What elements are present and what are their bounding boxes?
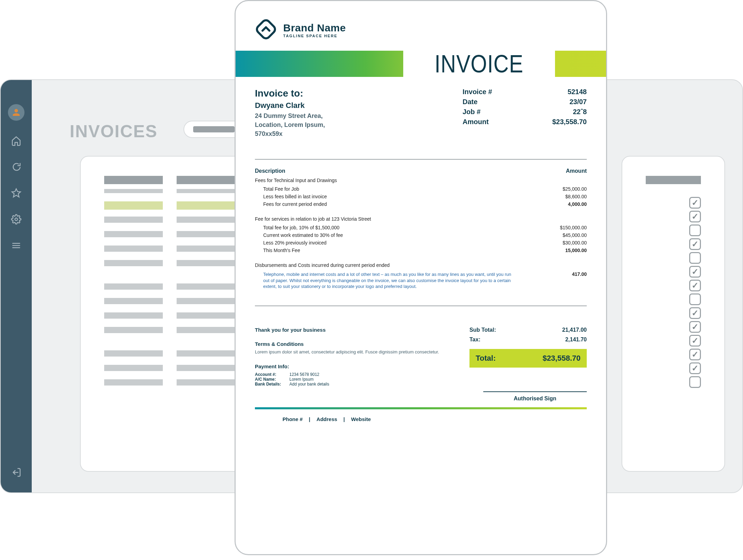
checkbox-row [646, 348, 701, 361]
banner-title: INVOICE [435, 50, 524, 78]
line-item: Total Fee for Job$25,000.00 [255, 185, 587, 193]
line-amount: 4,000.00 [568, 201, 587, 207]
line-desc: Total fee for job, 10% of $1,500,000 [263, 225, 339, 230]
sidebar [1, 80, 32, 492]
line-item: This Month's Fee15,000.00 [255, 247, 587, 254]
col-amount: Amount [566, 168, 587, 174]
checkbox[interactable] [689, 280, 701, 291]
line-item: Less fees billed in last invoice$8,600.0… [255, 193, 587, 200]
tax-value: 2,141.70 [565, 337, 587, 343]
total-label: Total: [476, 354, 496, 363]
bg-table-right [622, 156, 725, 472]
logout-icon[interactable] [10, 466, 22, 479]
checkbox-row [646, 361, 701, 375]
invoice-document: Brand Name TAGLINE SPACE HERE INVOICE In… [235, 0, 607, 555]
line-desc: Total Fee for Job [263, 186, 299, 192]
checkbox[interactable] [689, 349, 701, 360]
checkbox-row [646, 292, 701, 306]
divider [255, 306, 587, 306]
payment-value: Lorem Ipsum [289, 377, 314, 382]
line-amount: $45,000.00 [563, 232, 587, 238]
line-desc: Current work estimated to 30% of fee [263, 232, 343, 238]
footer-link: Website [351, 416, 371, 422]
meta-label: Date [463, 98, 477, 106]
line-note: Telephone, mobile and internet costs and… [255, 270, 517, 291]
invoice-banner: INVOICE [255, 51, 587, 77]
total-bar: Total: $23,558.70 [469, 349, 587, 368]
checkbox[interactable] [689, 321, 701, 333]
authorised-sign: Authorised Sign [483, 391, 587, 402]
customer-name: Dwyane Clark [255, 101, 325, 110]
payment-key: Account #: [255, 372, 289, 377]
line-amount: 15,000.00 [565, 248, 587, 253]
meta-label: Job # [463, 108, 481, 116]
terms-body: Lorem ipsum dolor sit amet, consectetur … [255, 349, 456, 355]
address-line: 570xx59x [255, 129, 325, 138]
checkbox-row [646, 306, 701, 320]
footer-link: Address [317, 416, 337, 422]
checkbox[interactable] [689, 376, 701, 388]
brand-block: Brand Name TAGLINE SPACE HERE [255, 18, 587, 42]
payment-row: Account #:1234 5678 9012 [255, 372, 456, 377]
bill-to-block: Invoice to: Dwyane Clark 24 Dummy Street… [255, 88, 325, 138]
brand-logo-icon [255, 18, 277, 42]
checkbox[interactable] [689, 224, 701, 236]
line-item: Total fee for job, 10% of $1,500,000$150… [255, 224, 587, 231]
item-section-heading: Fees for Technical Input and Drawings [255, 178, 587, 183]
invoice-meta: Invoice #52148 Date23/07 Job #22ˆ8 Amoun… [463, 88, 587, 138]
menu-icon[interactable] [10, 239, 22, 252]
address-line: 24 Dummy Street Area, [255, 111, 325, 120]
gear-icon[interactable] [10, 213, 22, 226]
checkbox[interactable] [689, 307, 701, 319]
total-value: $23,558.70 [543, 354, 581, 363]
tax-label: Tax: [469, 337, 481, 343]
item-section-heading: Disbursements and Costs incurred during … [255, 262, 587, 268]
checkbox[interactable] [689, 293, 701, 305]
checkbox[interactable] [689, 266, 701, 278]
line-amount: $150,000.00 [560, 225, 587, 230]
checkbox-row [646, 196, 701, 210]
footer-right: Sub Total:21,417.00 Tax:2,141.70 Total: … [469, 327, 587, 387]
checkbox-row [646, 237, 701, 251]
address-line: Location, Lorem Ipsum, [255, 120, 325, 129]
checkbox-row [646, 223, 701, 237]
footer-gradient-line: Authorised Sign [255, 407, 587, 409]
meta-value: 52148 [567, 88, 587, 96]
page-title: INVOICES [70, 121, 158, 141]
brand-name: Brand Name [283, 22, 346, 34]
meta-value: $23,558.70 [552, 118, 587, 126]
checkbox[interactable] [689, 252, 701, 264]
subtotal-label: Sub Total: [469, 327, 496, 333]
payment-row: Bank Details:Add your bank details [255, 382, 456, 387]
checkbox-row [646, 334, 701, 348]
checkbox-row [646, 375, 701, 389]
items-header: Description Amount [255, 168, 587, 174]
footer-link: Phone # [283, 416, 303, 422]
invoice-to-label: Invoice to: [255, 88, 325, 99]
home-icon[interactable] [10, 134, 22, 147]
line-amount: $25,000.00 [563, 186, 587, 192]
checkbox-row [646, 320, 701, 334]
payment-value: 1234 5678 9012 [289, 372, 319, 377]
bg-table-left [80, 156, 259, 472]
checkbox[interactable] [689, 197, 701, 209]
svg-rect-4 [255, 19, 277, 40]
checkbox[interactable] [689, 211, 701, 222]
avatar[interactable] [8, 104, 24, 121]
terms-heading: Terms & Conditions [255, 341, 456, 347]
item-section-heading: Fee for services in relation to job at 1… [255, 216, 587, 222]
star-icon[interactable] [10, 187, 22, 199]
payment-heading: Payment Info: [255, 363, 456, 369]
col-description: Description [255, 168, 285, 174]
line-desc: Less fees billed in last invoice [263, 194, 327, 199]
line-item: Fees for current period ended4,000.00 [255, 200, 587, 208]
checkbox[interactable] [689, 362, 701, 374]
checkbox-row [646, 251, 701, 265]
line-amount: $30,000.00 [563, 240, 587, 246]
chat-icon[interactable] [10, 161, 22, 173]
line-desc: Fees for current period ended [263, 201, 327, 207]
meta-label: Amount [463, 118, 489, 126]
checkbox[interactable] [689, 335, 701, 347]
checkbox[interactable] [689, 238, 701, 250]
line-amount: $8,600.00 [565, 194, 587, 199]
